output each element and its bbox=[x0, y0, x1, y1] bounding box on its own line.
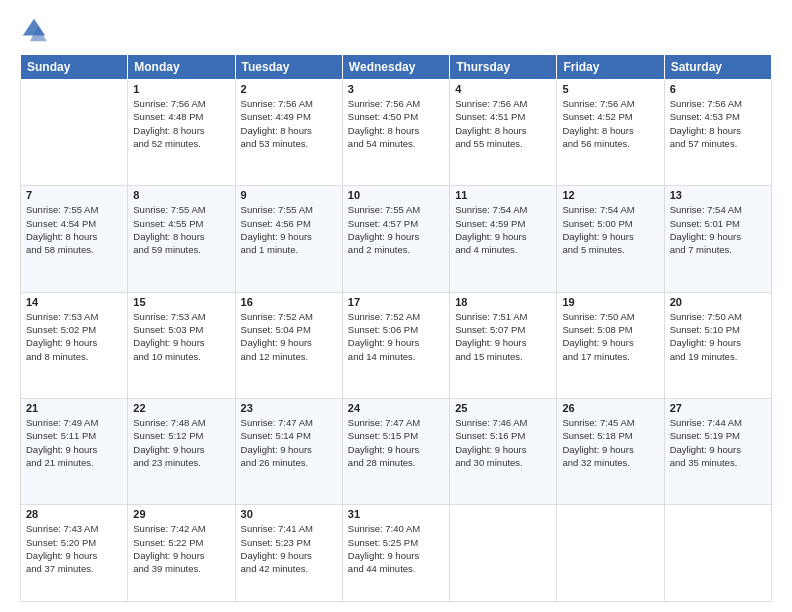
calendar-cell: 14Sunrise: 7:53 AM Sunset: 5:02 PM Dayli… bbox=[21, 292, 128, 398]
calendar-cell: 19Sunrise: 7:50 AM Sunset: 5:08 PM Dayli… bbox=[557, 292, 664, 398]
calendar-cell: 5Sunrise: 7:56 AM Sunset: 4:52 PM Daylig… bbox=[557, 80, 664, 186]
day-number: 10 bbox=[348, 189, 444, 201]
day-number: 16 bbox=[241, 296, 337, 308]
day-number: 14 bbox=[26, 296, 122, 308]
day-info: Sunrise: 7:56 AM Sunset: 4:51 PM Dayligh… bbox=[455, 97, 551, 150]
day-number: 22 bbox=[133, 402, 229, 414]
day-number: 27 bbox=[670, 402, 766, 414]
logo-icon bbox=[20, 16, 48, 44]
day-number: 28 bbox=[26, 508, 122, 520]
calendar-cell: 17Sunrise: 7:52 AM Sunset: 5:06 PM Dayli… bbox=[342, 292, 449, 398]
day-info: Sunrise: 7:42 AM Sunset: 5:22 PM Dayligh… bbox=[133, 522, 229, 575]
calendar-cell: 21Sunrise: 7:49 AM Sunset: 5:11 PM Dayli… bbox=[21, 398, 128, 504]
day-info: Sunrise: 7:46 AM Sunset: 5:16 PM Dayligh… bbox=[455, 416, 551, 469]
day-number: 21 bbox=[26, 402, 122, 414]
weekday-header-sunday: Sunday bbox=[21, 55, 128, 80]
day-number: 1 bbox=[133, 83, 229, 95]
day-info: Sunrise: 7:55 AM Sunset: 4:57 PM Dayligh… bbox=[348, 203, 444, 256]
weekday-header-saturday: Saturday bbox=[664, 55, 771, 80]
calendar-cell: 2Sunrise: 7:56 AM Sunset: 4:49 PM Daylig… bbox=[235, 80, 342, 186]
day-number: 20 bbox=[670, 296, 766, 308]
weekday-header-row: SundayMondayTuesdayWednesdayThursdayFrid… bbox=[21, 55, 772, 80]
calendar-cell: 20Sunrise: 7:50 AM Sunset: 5:10 PM Dayli… bbox=[664, 292, 771, 398]
calendar-cell: 26Sunrise: 7:45 AM Sunset: 5:18 PM Dayli… bbox=[557, 398, 664, 504]
day-number: 24 bbox=[348, 402, 444, 414]
day-number: 18 bbox=[455, 296, 551, 308]
day-number: 26 bbox=[562, 402, 658, 414]
calendar-cell: 22Sunrise: 7:48 AM Sunset: 5:12 PM Dayli… bbox=[128, 398, 235, 504]
day-info: Sunrise: 7:54 AM Sunset: 5:01 PM Dayligh… bbox=[670, 203, 766, 256]
day-number: 6 bbox=[670, 83, 766, 95]
day-info: Sunrise: 7:56 AM Sunset: 4:53 PM Dayligh… bbox=[670, 97, 766, 150]
logo bbox=[20, 16, 52, 44]
calendar-cell: 15Sunrise: 7:53 AM Sunset: 5:03 PM Dayli… bbox=[128, 292, 235, 398]
week-row-3: 14Sunrise: 7:53 AM Sunset: 5:02 PM Dayli… bbox=[21, 292, 772, 398]
day-number: 13 bbox=[670, 189, 766, 201]
day-info: Sunrise: 7:54 AM Sunset: 4:59 PM Dayligh… bbox=[455, 203, 551, 256]
day-number: 8 bbox=[133, 189, 229, 201]
calendar-cell: 16Sunrise: 7:52 AM Sunset: 5:04 PM Dayli… bbox=[235, 292, 342, 398]
calendar-cell: 12Sunrise: 7:54 AM Sunset: 5:00 PM Dayli… bbox=[557, 186, 664, 292]
weekday-header-friday: Friday bbox=[557, 55, 664, 80]
calendar-cell: 10Sunrise: 7:55 AM Sunset: 4:57 PM Dayli… bbox=[342, 186, 449, 292]
day-number: 17 bbox=[348, 296, 444, 308]
day-info: Sunrise: 7:52 AM Sunset: 5:04 PM Dayligh… bbox=[241, 310, 337, 363]
day-info: Sunrise: 7:55 AM Sunset: 4:55 PM Dayligh… bbox=[133, 203, 229, 256]
calendar-cell bbox=[450, 505, 557, 602]
day-number: 12 bbox=[562, 189, 658, 201]
day-number: 31 bbox=[348, 508, 444, 520]
calendar-cell: 28Sunrise: 7:43 AM Sunset: 5:20 PM Dayli… bbox=[21, 505, 128, 602]
day-number: 15 bbox=[133, 296, 229, 308]
day-info: Sunrise: 7:56 AM Sunset: 4:48 PM Dayligh… bbox=[133, 97, 229, 150]
calendar-cell: 9Sunrise: 7:55 AM Sunset: 4:56 PM Daylig… bbox=[235, 186, 342, 292]
weekday-header-wednesday: Wednesday bbox=[342, 55, 449, 80]
day-info: Sunrise: 7:53 AM Sunset: 5:02 PM Dayligh… bbox=[26, 310, 122, 363]
day-number: 5 bbox=[562, 83, 658, 95]
day-number: 29 bbox=[133, 508, 229, 520]
calendar-cell: 13Sunrise: 7:54 AM Sunset: 5:01 PM Dayli… bbox=[664, 186, 771, 292]
day-number: 3 bbox=[348, 83, 444, 95]
calendar-cell: 24Sunrise: 7:47 AM Sunset: 5:15 PM Dayli… bbox=[342, 398, 449, 504]
calendar-table: SundayMondayTuesdayWednesdayThursdayFrid… bbox=[20, 54, 772, 602]
calendar-cell: 27Sunrise: 7:44 AM Sunset: 5:19 PM Dayli… bbox=[664, 398, 771, 504]
weekday-header-tuesday: Tuesday bbox=[235, 55, 342, 80]
weekday-header-thursday: Thursday bbox=[450, 55, 557, 80]
calendar-cell: 8Sunrise: 7:55 AM Sunset: 4:55 PM Daylig… bbox=[128, 186, 235, 292]
calendar-cell bbox=[557, 505, 664, 602]
day-info: Sunrise: 7:44 AM Sunset: 5:19 PM Dayligh… bbox=[670, 416, 766, 469]
day-info: Sunrise: 7:40 AM Sunset: 5:25 PM Dayligh… bbox=[348, 522, 444, 575]
weekday-header-monday: Monday bbox=[128, 55, 235, 80]
calendar-cell: 4Sunrise: 7:56 AM Sunset: 4:51 PM Daylig… bbox=[450, 80, 557, 186]
header bbox=[20, 16, 772, 44]
calendar-cell: 18Sunrise: 7:51 AM Sunset: 5:07 PM Dayli… bbox=[450, 292, 557, 398]
calendar-cell: 6Sunrise: 7:56 AM Sunset: 4:53 PM Daylig… bbox=[664, 80, 771, 186]
calendar-cell: 3Sunrise: 7:56 AM Sunset: 4:50 PM Daylig… bbox=[342, 80, 449, 186]
day-info: Sunrise: 7:56 AM Sunset: 4:50 PM Dayligh… bbox=[348, 97, 444, 150]
day-info: Sunrise: 7:56 AM Sunset: 4:52 PM Dayligh… bbox=[562, 97, 658, 150]
week-row-4: 21Sunrise: 7:49 AM Sunset: 5:11 PM Dayli… bbox=[21, 398, 772, 504]
day-number: 23 bbox=[241, 402, 337, 414]
calendar-cell: 11Sunrise: 7:54 AM Sunset: 4:59 PM Dayli… bbox=[450, 186, 557, 292]
day-number: 2 bbox=[241, 83, 337, 95]
page: SundayMondayTuesdayWednesdayThursdayFrid… bbox=[0, 0, 792, 612]
day-info: Sunrise: 7:48 AM Sunset: 5:12 PM Dayligh… bbox=[133, 416, 229, 469]
day-info: Sunrise: 7:50 AM Sunset: 5:10 PM Dayligh… bbox=[670, 310, 766, 363]
day-info: Sunrise: 7:47 AM Sunset: 5:14 PM Dayligh… bbox=[241, 416, 337, 469]
day-info: Sunrise: 7:50 AM Sunset: 5:08 PM Dayligh… bbox=[562, 310, 658, 363]
calendar-cell bbox=[664, 505, 771, 602]
calendar-cell: 23Sunrise: 7:47 AM Sunset: 5:14 PM Dayli… bbox=[235, 398, 342, 504]
day-number: 9 bbox=[241, 189, 337, 201]
day-info: Sunrise: 7:47 AM Sunset: 5:15 PM Dayligh… bbox=[348, 416, 444, 469]
week-row-1: 1Sunrise: 7:56 AM Sunset: 4:48 PM Daylig… bbox=[21, 80, 772, 186]
day-info: Sunrise: 7:54 AM Sunset: 5:00 PM Dayligh… bbox=[562, 203, 658, 256]
calendar-cell: 30Sunrise: 7:41 AM Sunset: 5:23 PM Dayli… bbox=[235, 505, 342, 602]
day-number: 4 bbox=[455, 83, 551, 95]
day-info: Sunrise: 7:55 AM Sunset: 4:56 PM Dayligh… bbox=[241, 203, 337, 256]
day-number: 7 bbox=[26, 189, 122, 201]
calendar-cell: 1Sunrise: 7:56 AM Sunset: 4:48 PM Daylig… bbox=[128, 80, 235, 186]
day-info: Sunrise: 7:53 AM Sunset: 5:03 PM Dayligh… bbox=[133, 310, 229, 363]
day-number: 25 bbox=[455, 402, 551, 414]
day-info: Sunrise: 7:52 AM Sunset: 5:06 PM Dayligh… bbox=[348, 310, 444, 363]
day-number: 11 bbox=[455, 189, 551, 201]
day-info: Sunrise: 7:56 AM Sunset: 4:49 PM Dayligh… bbox=[241, 97, 337, 150]
